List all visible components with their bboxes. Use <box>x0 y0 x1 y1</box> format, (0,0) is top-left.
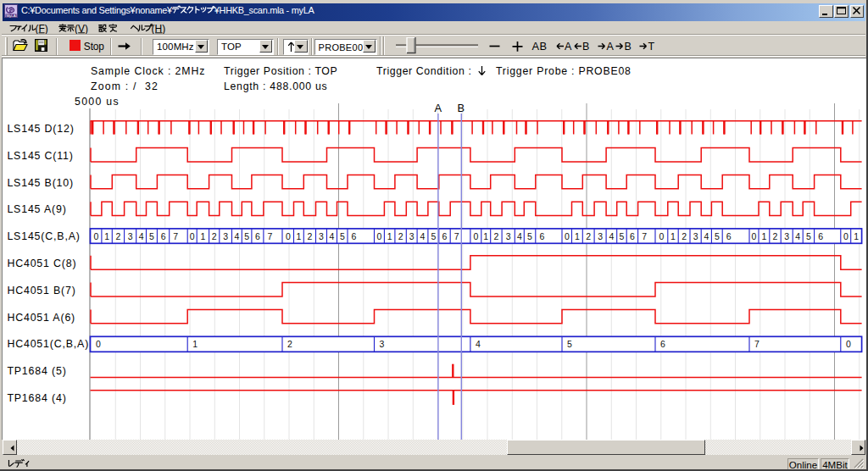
svg-text:HC4051(C,B,A): HC4051(C,B,A) <box>7 338 89 350</box>
svg-text:1: 1 <box>670 231 676 241</box>
svg-text:5: 5 <box>149 231 154 241</box>
svg-text:6: 6 <box>630 231 635 241</box>
svg-text:6: 6 <box>726 231 732 241</box>
svg-text:2: 2 <box>682 231 687 241</box>
svg-text:0: 0 <box>190 231 195 241</box>
svg-text:0: 0 <box>752 231 757 241</box>
svg-text:TP1684 (5): TP1684 (5) <box>7 365 66 377</box>
svg-text:4: 4 <box>139 231 144 241</box>
svg-text:1: 1 <box>200 231 205 241</box>
svg-text:1: 1 <box>192 339 198 349</box>
svg-text:6: 6 <box>442 231 448 241</box>
svg-text:5: 5 <box>244 231 249 241</box>
svg-text:5: 5 <box>715 231 720 241</box>
svg-text:5: 5 <box>340 231 345 241</box>
svg-text:0: 0 <box>94 231 99 241</box>
svg-text:A: A <box>435 102 442 114</box>
svg-text:2: 2 <box>115 231 120 241</box>
svg-text:7: 7 <box>642 231 647 241</box>
svg-text:1: 1 <box>483 231 488 241</box>
svg-text:3: 3 <box>128 231 133 241</box>
svg-text:0: 0 <box>659 231 664 241</box>
svg-text:3: 3 <box>784 231 789 241</box>
svg-text:3: 3 <box>598 231 603 241</box>
svg-text:2: 2 <box>493 231 498 241</box>
svg-text:1: 1 <box>104 231 109 241</box>
svg-text:2: 2 <box>212 231 217 241</box>
svg-text:3: 3 <box>223 231 228 241</box>
svg-text:1: 1 <box>575 231 580 241</box>
svg-text:6: 6 <box>660 339 665 349</box>
svg-text:3: 3 <box>319 231 324 241</box>
svg-text:0: 0 <box>846 339 851 349</box>
svg-text:LS145 C(11): LS145 C(11) <box>7 150 73 162</box>
svg-text:3: 3 <box>506 231 511 241</box>
svg-text:1: 1 <box>387 231 392 241</box>
svg-text:7: 7 <box>267 231 272 241</box>
svg-text:6: 6 <box>539 231 544 241</box>
svg-text:HC4051 C(8): HC4051 C(8) <box>7 258 76 269</box>
svg-text:HC4051 B(7): HC4051 B(7) <box>7 285 75 296</box>
svg-text:1: 1 <box>296 231 301 241</box>
svg-text:TP1684 (4): TP1684 (4) <box>7 392 66 404</box>
svg-text:4: 4 <box>234 231 239 241</box>
svg-text:6: 6 <box>255 231 260 241</box>
svg-text:1: 1 <box>761 231 766 241</box>
svg-text:HC4051 A(6): HC4051 A(6) <box>7 312 75 324</box>
svg-text:5: 5 <box>806 231 811 241</box>
svg-text:2: 2 <box>773 231 778 241</box>
svg-text:6: 6 <box>161 231 166 241</box>
svg-text:2: 2 <box>307 231 312 241</box>
svg-text:5: 5 <box>527 231 532 241</box>
svg-text:5: 5 <box>620 231 625 241</box>
svg-text:6: 6 <box>352 231 357 241</box>
svg-text:4: 4 <box>795 231 800 241</box>
svg-text:4: 4 <box>420 231 426 241</box>
svg-text:LS145(C,B,A): LS145(C,B,A) <box>7 230 80 242</box>
svg-text:0: 0 <box>286 231 291 241</box>
svg-text:5: 5 <box>431 231 436 241</box>
svg-text:7: 7 <box>173 231 178 241</box>
svg-text:LS145 A(9): LS145 A(9) <box>7 203 66 215</box>
svg-text:4: 4 <box>330 231 335 241</box>
svg-text:2: 2 <box>287 339 292 349</box>
svg-text:7: 7 <box>454 231 459 241</box>
svg-text:4: 4 <box>517 231 522 241</box>
svg-text:LS145 D(12): LS145 D(12) <box>7 123 74 135</box>
svg-text:7: 7 <box>754 339 760 349</box>
svg-text:0: 0 <box>376 231 381 241</box>
svg-text:0: 0 <box>473 231 478 241</box>
svg-text:B: B <box>458 102 465 114</box>
svg-text:4: 4 <box>609 231 614 241</box>
svg-text:4: 4 <box>476 339 481 349</box>
svg-text:3: 3 <box>409 231 415 241</box>
svg-text:2: 2 <box>398 231 403 241</box>
svg-text:0: 0 <box>96 339 101 349</box>
svg-text:6: 6 <box>818 231 823 241</box>
svg-text:2: 2 <box>586 231 591 241</box>
svg-text:4: 4 <box>704 231 709 241</box>
svg-text:5: 5 <box>567 339 572 349</box>
svg-text:0: 0 <box>843 231 849 241</box>
svg-text:0: 0 <box>565 231 570 241</box>
svg-text:1: 1 <box>854 231 859 241</box>
svg-text:LS145 B(10): LS145 B(10) <box>7 177 74 189</box>
svg-text:3: 3 <box>693 231 698 241</box>
svg-text:3: 3 <box>380 339 385 349</box>
